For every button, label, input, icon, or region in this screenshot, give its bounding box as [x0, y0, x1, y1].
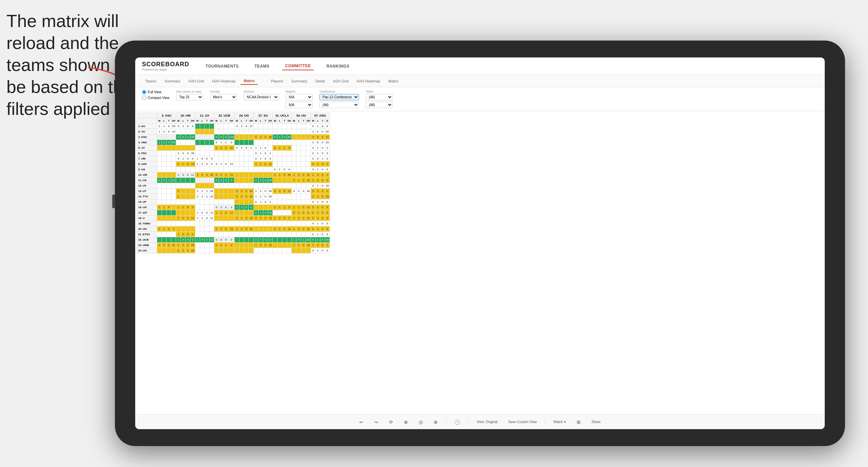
matrix-cell	[209, 178, 214, 183]
team-sub-select[interactable]: (All)	[366, 102, 393, 108]
matrix-cell: 0	[273, 189, 278, 194]
matrix-cell: 2	[162, 129, 167, 134]
matrix-cell	[249, 162, 254, 167]
matrix-cell	[157, 199, 162, 205]
matrix-cell	[162, 194, 167, 199]
matrix-cell	[301, 221, 306, 226]
layout-button[interactable]: ⊞	[574, 418, 583, 426]
compact-view-radio[interactable]: Compact View	[142, 96, 169, 100]
sub-col-w7: W	[273, 118, 278, 124]
matrix-cell: 0	[301, 210, 306, 216]
zoom-fit-button[interactable]: ⊕	[401, 418, 411, 426]
matrix-cell	[301, 156, 306, 162]
view-original-button[interactable]: View: Original	[474, 419, 500, 425]
matrix-cell	[287, 243, 292, 248]
nav-teams[interactable]: TEAMS	[252, 63, 272, 70]
matrix-cell	[224, 194, 228, 199]
matrix-cell	[244, 156, 249, 162]
matrix-cell: 0	[311, 194, 315, 199]
matrix-cell: 10	[249, 216, 254, 221]
main-content[interactable]: 3. ASU 10. UW 11. UA 22. UCB 24. UO 27. …	[135, 111, 825, 429]
matrix-cell: 1	[258, 210, 263, 216]
matrix-cell: 1	[258, 237, 263, 243]
sub-tab-players-h2h-heatmap[interactable]: H2H Heatmap	[353, 78, 384, 84]
matrix-cell: 0	[311, 124, 315, 129]
conference-select[interactable]: Pac-12 Conference (All)	[319, 94, 359, 100]
matrix-cell: 0	[176, 156, 181, 162]
zoom-plus-button[interactable]: ⊕	[431, 418, 440, 426]
matrix-cell: 1	[301, 237, 306, 243]
sub-tab-players-summary[interactable]: Summary	[288, 78, 311, 84]
sub-tab-h2h-grid[interactable]: H2H Grid	[185, 78, 207, 84]
full-view-input[interactable]	[142, 90, 146, 94]
matrix-cell	[209, 129, 214, 134]
matrix-cell	[228, 199, 235, 205]
matrix-cell: 12	[209, 237, 214, 243]
sub-tab-players[interactable]: Players	[267, 78, 287, 84]
matrix-cell	[209, 167, 214, 172]
matrix-cell: 0	[311, 205, 315, 210]
sub-tab-teams[interactable]: Teams	[142, 78, 160, 84]
sub-tab-summary[interactable]: Summary	[161, 78, 184, 84]
sub-tab-players-matrix[interactable]: Matrix	[385, 78, 402, 84]
table-row: 3. ASU04090050120020480105230011	[137, 134, 330, 140]
matrix-cell	[268, 172, 272, 178]
redo-button[interactable]: ↪	[371, 418, 381, 426]
nav-committee[interactable]: COMMITTEE	[282, 62, 314, 70]
nav-tournaments[interactable]: TOURNAMENTS	[203, 63, 242, 70]
clock-button[interactable]: 🕐	[452, 418, 463, 426]
full-view-radio[interactable]: Full View	[142, 90, 169, 94]
undo-button[interactable]: ↩	[357, 418, 366, 426]
matrix-cell	[219, 156, 224, 162]
matrix-cell	[209, 243, 214, 248]
gender-select[interactable]: Men's Women's	[210, 94, 237, 100]
share-label: Share	[592, 420, 601, 424]
matrix-cell: 52	[287, 134, 292, 140]
zoom-minus-button[interactable]: ◎	[416, 418, 426, 426]
matrix-cell: 21	[171, 243, 176, 248]
app-header: SCOREBOARD Powered by clippd TOURNAMENTS…	[135, 57, 825, 75]
matrix-cell	[219, 194, 224, 199]
matrix-cell: 10	[306, 226, 311, 232]
region-select[interactable]: N/A	[286, 94, 313, 100]
matrix-cell: 25	[325, 129, 330, 134]
compact-view-input[interactable]	[142, 96, 146, 100]
matrix-cell	[254, 172, 258, 178]
region-sub-select[interactable]: N/A	[286, 102, 313, 108]
matrix-cell: 0	[244, 145, 249, 151]
matrix-cell	[171, 145, 176, 151]
max-teams-select[interactable]: Top 25 Top 50	[176, 94, 203, 100]
division-select[interactable]: NCAA Division I NCAA Division II	[244, 94, 279, 100]
sub-tab-h2h-heatmap[interactable]: H2H Heatmap	[209, 78, 239, 84]
team-select[interactable]: (All)	[366, 94, 393, 100]
matrix-cell: 0	[244, 216, 249, 221]
matrix-cell	[214, 248, 219, 253]
matrix-cell	[162, 145, 167, 151]
save-custom-view-button[interactable]: Save Custom View	[506, 419, 539, 425]
matrix-cell	[239, 162, 244, 167]
share-button[interactable]: Share	[589, 419, 603, 425]
matrix-cell: 18	[306, 243, 311, 248]
matrix-cell: 2	[176, 194, 181, 199]
matrix-cell	[204, 243, 209, 248]
matrix-cell	[219, 189, 224, 194]
refresh-button[interactable]: ⟳	[386, 418, 396, 426]
matrix-cell	[228, 194, 235, 199]
watch-button[interactable]: Watch ▾	[551, 419, 569, 425]
matrix-cell	[278, 210, 282, 216]
matrix-cell	[287, 140, 292, 145]
matrix-cell	[296, 140, 301, 145]
matrix-cell: 0	[301, 178, 306, 183]
nav-rankings[interactable]: RANKINGS	[324, 63, 352, 70]
sub-tab-players-h2h-grid[interactable]: H2H Grid	[330, 78, 352, 84]
matrix-cell	[296, 183, 301, 189]
matrix-cell: 44	[325, 237, 330, 243]
matrix-cell	[301, 248, 306, 253]
sub-tab-detail[interactable]: Detail	[312, 78, 328, 84]
matrix-cell	[278, 183, 282, 189]
matrix-cell	[287, 151, 292, 156]
sub-tab-matrix[interactable]: Matrix	[240, 77, 258, 85]
watch-label: Watch	[553, 420, 563, 424]
conference-sub-select[interactable]: (All)	[319, 102, 359, 108]
matrix-container[interactable]: 3. ASU 10. UW 11. UA 22. UCB 24. UO 27. …	[135, 111, 825, 255]
